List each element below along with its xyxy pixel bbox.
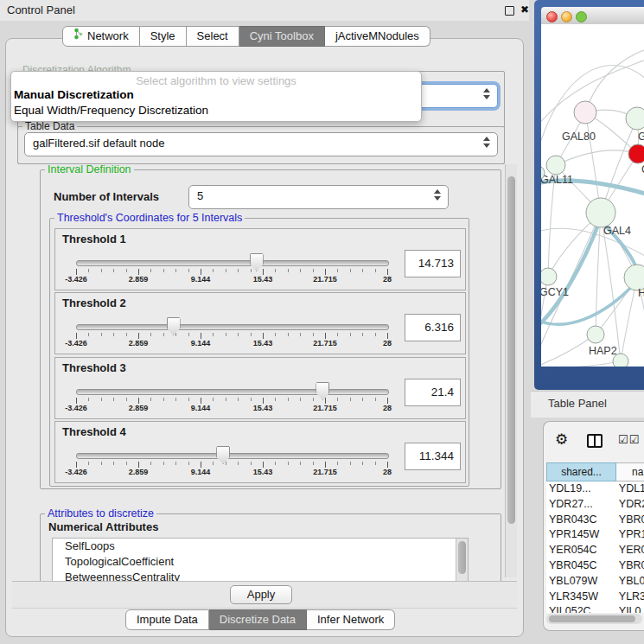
panel-scrollbar-thumb[interactable]: [507, 176, 515, 524]
close-traffic-light-icon[interactable]: [546, 11, 558, 22]
dropdown-hint: Select algorithm to view settings: [11, 74, 421, 87]
tick-label: 2.859: [129, 468, 149, 476]
threshold-value-field[interactable]: 11.344: [405, 443, 461, 470]
list-scrollbar-thumb[interactable]: [458, 541, 466, 574]
list-item[interactable]: TopologicalCoefficient: [53, 554, 468, 570]
network-node-c[interactable]: [628, 144, 644, 163]
tick-mark: [251, 333, 252, 336]
node-label: HAP2: [589, 345, 617, 357]
tick-mark: [288, 462, 289, 465]
gear-icon[interactable]: ⚙: [555, 430, 568, 449]
tab-cyni-toolbox[interactable]: Cyni Toolbox: [239, 26, 325, 47]
tab-label: Network: [87, 27, 129, 46]
network-canvas[interactable]: GAL80GACGAL11GAL4GCY1HHAP2: [541, 24, 644, 367]
tab-discretize-data[interactable]: Discretize Data: [209, 609, 307, 630]
threshold-value-field[interactable]: 14.713: [405, 250, 461, 277]
table-row[interactable]: YBR043CYBR0: [546, 513, 644, 528]
column-header-name[interactable]: na: [616, 462, 644, 481]
network-node[interactable]: [613, 354, 628, 367]
cell-shared-name: YDR27...: [546, 497, 619, 513]
tick-mark: [76, 462, 77, 468]
tick-mark: [300, 462, 301, 465]
tab-infer-network[interactable]: Infer Network: [307, 609, 395, 630]
table-row[interactable]: YBR045CYBR0: [546, 558, 644, 574]
slider-thumb[interactable]: [316, 382, 329, 400]
minimize-traffic-light-icon[interactable]: [561, 11, 572, 22]
cell-name: YBL0: [619, 574, 644, 590]
table-row[interactable]: YDR27...YDR2: [546, 497, 644, 513]
table-row[interactable]: YER054CYER0: [546, 543, 644, 558]
threshold-label: Threshold 2: [62, 296, 126, 309]
network-node-gal4[interactable]: [586, 198, 615, 227]
threshold-panel-4: Threshold 4-3.4262.8599.14415.4321.71528…: [54, 421, 466, 483]
tick-label: 15.43: [253, 404, 273, 412]
tick-mark: [175, 398, 176, 401]
table-row[interactable]: YLR345WYLR3: [546, 590, 644, 605]
slider-track[interactable]: [76, 453, 389, 459]
network-edge: [585, 112, 601, 213]
slider-thumb[interactable]: [216, 446, 230, 464]
tick-mark: [175, 462, 176, 465]
tick-mark: [188, 398, 189, 401]
tab-select[interactable]: Select: [187, 26, 239, 47]
slider-thumb[interactable]: [167, 317, 181, 335]
slider-track[interactable]: [76, 260, 389, 266]
apply-button[interactable]: Apply: [230, 585, 292, 604]
network-icon: [73, 27, 83, 46]
network-node-gal80[interactable]: [574, 101, 596, 124]
tick-label: 2.859: [129, 404, 149, 412]
network-node-ga[interactable]: [626, 107, 644, 130]
float-window-icon[interactable]: [505, 6, 514, 16]
list-item[interactable]: SelfLoops: [53, 539, 468, 554]
tab-jactivemnodules[interactable]: jActiveMNodules: [325, 26, 430, 47]
panel-scrollbar-track[interactable]: [505, 164, 517, 577]
tab-label: Impute Data: [137, 610, 198, 629]
tick-mark: [362, 462, 363, 465]
table-row[interactable]: YPR145WYPR1: [546, 527, 644, 543]
network-edge: [601, 118, 637, 213]
network-window-titlebar: [541, 7, 644, 25]
tick-mark: [76, 398, 77, 404]
network-node-gcy1[interactable]: [541, 268, 557, 285]
tick-mark: [101, 462, 102, 465]
tick-mark: [263, 462, 264, 468]
tick-mark: [188, 269, 189, 272]
slider-thumb[interactable]: [250, 253, 264, 271]
table-hscrollbar-thumb[interactable]: [549, 615, 635, 622]
num-intervals-combobox[interactable]: 5: [188, 185, 449, 209]
close-icon[interactable]: ✖: [520, 3, 529, 16]
network-edge: [585, 48, 644, 112]
dropdown-option-1[interactable]: Manual Discretization: [14, 88, 134, 101]
threshold-value-field[interactable]: 6.316: [405, 314, 461, 341]
checkboxes-icon[interactable]: ☑☑: [618, 433, 640, 446]
tick-label: 9.144: [191, 404, 211, 412]
tick-mark: [300, 269, 301, 272]
table-row[interactable]: YIL052CYIL0: [546, 604, 644, 613]
network-node-gal11[interactable]: [546, 156, 565, 175]
node-label: H: [638, 287, 644, 299]
panel-title: Control Panel: [7, 3, 75, 16]
tick-mark: [126, 269, 127, 272]
tab-style[interactable]: Style: [140, 26, 187, 47]
network-node-hap2[interactable]: [587, 326, 604, 343]
table-row[interactable]: YBL079WYBL0: [546, 574, 644, 590]
cell-shared-name: YBR043C: [546, 513, 619, 528]
zoom-traffic-light-icon[interactable]: [576, 11, 587, 22]
threshold-value-field[interactable]: 21.4: [405, 379, 461, 406]
column-header-shared[interactable]: shared...: [546, 462, 616, 481]
tick-mark: [226, 462, 226, 465]
list-scrollbar-track[interactable]: [456, 539, 468, 582]
split-columns-icon[interactable]: [587, 434, 603, 448]
network-edge: [541, 361, 621, 367]
table-data-combobox[interactable]: galFiltered.sif default node: [24, 132, 498, 156]
bottom-tab-bar: Impute DataDiscretize DataInfer Network: [125, 609, 395, 630]
tick-mark: [251, 269, 252, 272]
slider-track[interactable]: [76, 389, 389, 395]
slider-track[interactable]: [76, 324, 389, 330]
tab-impute-data[interactable]: Impute Data: [125, 609, 209, 630]
tick-mark: [88, 462, 89, 465]
tick-mark: [138, 333, 139, 339]
tab-network[interactable]: Network: [62, 26, 140, 47]
table-row[interactable]: YDL19...YDL1: [546, 481, 644, 497]
dropdown-option-2[interactable]: Equal Width/Frequency Discretization: [14, 104, 208, 117]
